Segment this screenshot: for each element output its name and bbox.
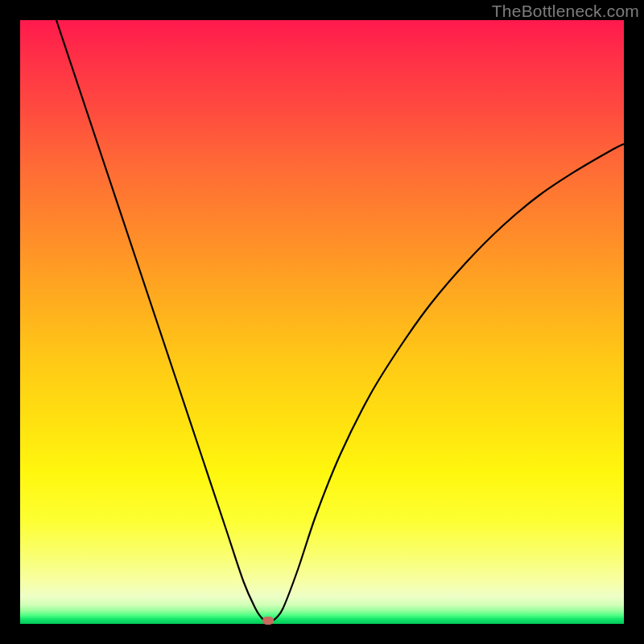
curve-right-branch	[274, 144, 624, 621]
curve-left-branch	[56, 20, 265, 621]
watermark-text: TheBottleneck.com	[492, 2, 639, 21]
bottleneck-curve	[20, 20, 624, 624]
outer-frame: TheBottleneck.com	[0, 0, 644, 644]
optimal-point-marker	[262, 617, 274, 625]
